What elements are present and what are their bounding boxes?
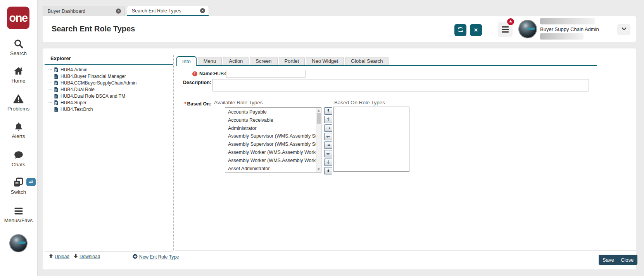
scroll-up-icon[interactable]: ▲: [316, 108, 321, 113]
sidebar-label: Switch: [0, 189, 37, 195]
role-type-option[interactable]: Administrator: [225, 124, 316, 133]
page-header: Search Ent Role Types ✕ ★ Buyer Suppy Ch…: [43, 16, 636, 42]
tree-item[interactable]: HUB4.Buyer Financial Manager: [48, 73, 173, 79]
based-on-role-types-listbox[interactable]: [333, 107, 409, 172]
role-type-option[interactable]: Assembly Supervisor (WMS.Assembly Supe: [225, 132, 316, 140]
user-menu-chevron-button[interactable]: [617, 24, 630, 35]
warning-icon: [13, 100, 24, 105]
move-left-button[interactable]: ←: [324, 133, 332, 140]
Global Search[interactable]: Global Search: [345, 57, 388, 65]
chevron-down-icon: [621, 26, 627, 33]
switch-version-badge[interactable]: ⇄: [26, 178, 36, 186]
sidebar-user-avatar[interactable]: [9, 234, 28, 252]
explorer-tree: HUB4.Admin HUB4.Buyer Financial Manager …: [48, 66, 173, 112]
download-icon: [74, 254, 78, 259]
new-ent-role-type-link[interactable]: New Ent Role Type: [133, 254, 179, 260]
sidebar-item-home[interactable]: Home: [0, 66, 37, 84]
Neo Widget[interactable]: Neo Widget: [306, 57, 344, 65]
listbox-scrollbar[interactable]: ▲ ▼: [316, 108, 321, 172]
tree-item-label: HUB4.Dual Role: [60, 87, 95, 92]
sidebar-item-problems[interactable]: Problems: [0, 94, 37, 112]
scroll-down-icon[interactable]: ▼: [316, 167, 321, 172]
window-tab[interactable]: Search Ent Role Types ✕: [127, 6, 209, 16]
document-icon: [54, 100, 59, 105]
upload-link[interactable]: Upload: [49, 254, 69, 259]
tree-connector: [48, 83, 52, 83]
window-tab-strip: Buyer Dashboard ✕ Search Ent Role Types …: [43, 6, 209, 16]
tree-item[interactable]: HUB4.CCMBuyerSupplyChainAdmin: [48, 79, 173, 86]
role-type-option[interactable]: Accounts Receivable: [225, 116, 316, 124]
role-type-option[interactable]: Assembly Worker (WMS.Assembly Worker): [225, 157, 316, 165]
tree-connector: [48, 109, 52, 109]
window-tab-label: Search Ent Role Types: [132, 8, 181, 14]
role-type-option[interactable]: Asset Administrator: [225, 165, 316, 172]
role-type-option[interactable]: Assembly Worker (WMS.Assembly Worker): [225, 148, 316, 157]
move-up-button[interactable]: ↑: [324, 116, 332, 123]
tree-item[interactable]: HUB4.Admin: [48, 66, 173, 73]
move-last-button[interactable]: ↡: [324, 167, 332, 174]
move-all-left-button[interactable]: ↞: [324, 150, 332, 157]
available-role-types-listbox: Accounts PayableAccounts ReceivableAdmin…: [225, 107, 321, 172]
tree-connector: [48, 76, 52, 76]
user-avatar[interactable]: [518, 20, 537, 38]
sidebar-label: Search: [0, 50, 37, 56]
window-tab-label: Buyer Dashboard: [48, 9, 85, 14]
tree-connector: [48, 89, 52, 90]
header-divider: [486, 19, 486, 39]
chat-icon: [14, 155, 24, 161]
sidebar-label: Chats: [0, 162, 37, 167]
name-input[interactable]: [226, 70, 306, 78]
move-all-right-button[interactable]: ↠: [324, 141, 332, 149]
name-label: Name:: [199, 71, 214, 76]
available-role-types-header: Available Role Types: [214, 100, 263, 105]
move-first-button[interactable]: ↟: [324, 107, 332, 115]
tree-item[interactable]: HUB4.TestOrch: [48, 106, 173, 112]
tab-close-icon[interactable]: ✕: [116, 9, 121, 14]
refresh-button[interactable]: [454, 24, 466, 36]
close-icon: ✕: [474, 27, 478, 33]
window-tab[interactable]: Buyer Dashboard ✕: [43, 6, 125, 16]
one-network-logo[interactable]: one: [7, 7, 29, 29]
close-page-button[interactable]: ✕: [470, 24, 482, 36]
tree-item-label: HUB4.TestOrch: [60, 107, 93, 112]
tree-connector: [48, 69, 52, 70]
sidebar-label: Home: [0, 78, 37, 84]
user-role-label: Buyer Suppy Chain Admin: [540, 26, 599, 32]
save-button[interactable]: Save: [599, 255, 618, 265]
description-textarea[interactable]: [212, 79, 589, 91]
sidebar-item-chats[interactable]: Chats: [0, 150, 37, 167]
Action[interactable]: Action: [223, 57, 249, 65]
search-icon: [14, 44, 24, 50]
Menu[interactable]: Menu: [198, 57, 222, 65]
scrollbar-thumb[interactable]: [317, 113, 321, 124]
move-down-button[interactable]: ↓: [324, 159, 332, 166]
download-link[interactable]: Download: [74, 254, 100, 259]
sidebar-item-menus-favs[interactable]: Menus/Favs: [0, 206, 37, 223]
required-marker: *: [185, 101, 186, 107]
upload-icon: [49, 254, 53, 259]
tree-item[interactable]: HUB4.Super: [48, 99, 173, 106]
tab-close-icon[interactable]: ✕: [200, 8, 205, 13]
tree-item[interactable]: HUB4.Dual Role: [48, 86, 173, 93]
close-button[interactable]: Close: [617, 255, 637, 265]
sidebar-item-alerts[interactable]: Alerts: [0, 122, 37, 139]
explorer-footer-divider: [45, 251, 173, 252]
move-right-button[interactable]: →: [324, 124, 332, 132]
document-icon: [54, 87, 59, 92]
Screen[interactable]: Screen: [250, 57, 277, 65]
Portlet[interactable]: Portlet: [279, 57, 305, 65]
form-tab-bar: InfoMenuActionScreenPortletNeo WidgetGlo…: [176, 57, 597, 66]
user-name-redacted: [540, 18, 595, 24]
sidebar-label: Alerts: [0, 133, 37, 139]
based-on-label: *Based On:: [176, 101, 211, 107]
document-icon: [54, 74, 59, 79]
Info[interactable]: Info: [176, 56, 197, 66]
tree-item[interactable]: HUB4.Dual Role BSCA and TM: [48, 93, 173, 99]
footer-divider: [175, 250, 636, 251]
sidebar-label: Problems: [0, 106, 37, 112]
tree-connector: [48, 102, 52, 103]
explorer-title: Explorer: [50, 55, 71, 61]
role-type-option[interactable]: Accounts Payable: [225, 108, 316, 116]
role-type-option[interactable]: Assembly Supervisor (WMS.Assembly Supe: [225, 140, 316, 148]
sidebar-item-search[interactable]: Search: [0, 39, 37, 56]
